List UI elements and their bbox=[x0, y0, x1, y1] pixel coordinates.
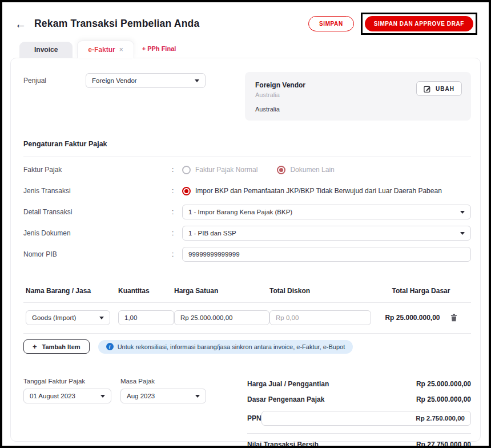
col-nama-barang: Nama Barang / Jasa bbox=[23, 287, 118, 295]
colon: : bbox=[172, 229, 182, 237]
item-nama-value: Goods (Import) bbox=[32, 314, 76, 321]
item-kuantitas-input[interactable] bbox=[118, 310, 174, 325]
chevron-down-icon bbox=[460, 211, 465, 214]
info-banner-text: Untuk rekonsiliasi, informasi barang/jas… bbox=[118, 343, 345, 350]
radio-selected-icon bbox=[182, 187, 191, 195]
highlight-annotation: SIMPAN DAN APPROVE DRAF bbox=[361, 13, 477, 35]
jenis-transaksi-label: Jenis Transaksi bbox=[23, 187, 172, 195]
page-title: Rekam Transaksi Pembelian Anda bbox=[34, 18, 199, 30]
ubah-button[interactable]: UBAH bbox=[416, 81, 462, 96]
penjual-select-value: Foreign Vendor bbox=[92, 77, 137, 84]
info-icon: i bbox=[106, 343, 114, 350]
footer-section: Tanggal Faktur Pajak 01 August 2023 Masa… bbox=[23, 378, 471, 448]
tab-efaktur-label: e-Faktur bbox=[88, 46, 115, 54]
simpan-approve-draf-button[interactable]: SIMPAN DAN APPROVE DRAF bbox=[365, 16, 473, 31]
radio-label-dokumen-lain: Dokumen Lain bbox=[290, 166, 334, 174]
radio-dokumen-lain[interactable]: Dokumen Lain bbox=[277, 166, 334, 174]
section-title-pengaturan-faktur: Pengaturan Faktur Pajak bbox=[23, 140, 471, 157]
item-total-harga-dasar: Rp 25.000.000,00 bbox=[385, 314, 440, 322]
totals-summary: Harga Jual / Penggantian Rp 25.000.000,0… bbox=[247, 378, 471, 448]
back-arrow-icon[interactable]: ← bbox=[15, 18, 26, 30]
close-icon[interactable]: × bbox=[119, 46, 123, 54]
add-item-row: + Tambah Item i Untuk rekonsiliasi, info… bbox=[23, 339, 471, 354]
tab-efaktur[interactable]: e-Faktur × bbox=[77, 41, 134, 58]
tanggal-faktur-select[interactable]: 01 August 2023 bbox=[23, 389, 111, 403]
masa-pajak-value: Aug 2023 bbox=[127, 393, 155, 399]
nilai-bersih-label: Nilai Transaksi Bersih bbox=[247, 441, 319, 448]
header-actions: SIMPAN SIMPAN DAN APPROVE DRAF bbox=[308, 13, 477, 35]
harga-jual-value: Rp 25.000.000,00 bbox=[416, 380, 471, 388]
radio-faktur-pajak-normal[interactable]: Faktur Pajak Normal bbox=[182, 166, 257, 174]
simpan-button[interactable]: SIMPAN bbox=[308, 16, 354, 31]
jenis-dokumen-row: Jenis Dokumen : 1 - PIB dan SSP bbox=[23, 226, 471, 241]
tab-invoice[interactable]: Invoice bbox=[19, 42, 73, 58]
penjual-select[interactable]: Foreign Vendor bbox=[86, 73, 206, 88]
reconciliation-info-banner: i Untuk rekonsiliasi, informasi barang/j… bbox=[98, 340, 353, 354]
radio-label-faktur-normal: Faktur Pajak Normal bbox=[195, 166, 257, 174]
tanggal-faktur-group: Tanggal Faktur Pajak 01 August 2023 bbox=[23, 378, 111, 448]
nomor-pib-input[interactable] bbox=[182, 247, 471, 262]
radio-unselected-icon bbox=[182, 166, 191, 174]
radio-impor-bkp[interactable]: Impor BKP dan Pemanfaatan JKP/BKP Tidak … bbox=[182, 187, 442, 195]
chevron-down-icon bbox=[195, 395, 200, 398]
items-table: Nama Barang / Jasa Kuantitas Harga Satua… bbox=[23, 287, 471, 354]
detail-transaksi-label: Detail Transaksi bbox=[23, 208, 172, 216]
faktur-pajak-label: Faktur Pajak bbox=[23, 166, 172, 174]
edit-icon bbox=[424, 85, 431, 93]
dpp-label: Dasar Pengenaan Pajak bbox=[247, 395, 324, 403]
col-harga-satuan: Harga Satuan bbox=[174, 287, 269, 295]
page-header: ← Rekam Transaksi Pembelian Anda SIMPAN … bbox=[2, 2, 489, 41]
item-nama-select[interactable]: Goods (Import) bbox=[26, 310, 110, 325]
col-total-harga-dasar: Total Harga Dasar bbox=[371, 287, 471, 295]
jenis-dokumen-label: Jenis Dokumen bbox=[23, 229, 172, 237]
jenis-dokumen-value: 1 - PIB dan SSP bbox=[188, 230, 236, 237]
detail-transaksi-row: Detail Transaksi : 1 - Impor Barang Kena… bbox=[23, 205, 471, 219]
tanggal-faktur-value: 01 August 2023 bbox=[30, 393, 75, 399]
efaktur-form-card: Penjual Foreign Vendor Foreign Vendor Au… bbox=[10, 58, 481, 442]
plus-icon: + bbox=[33, 342, 37, 351]
chevron-down-icon bbox=[195, 79, 199, 82]
nomor-pib-label: Nomor PIB bbox=[23, 250, 172, 258]
penjual-label: Penjual bbox=[23, 77, 86, 85]
harga-jual-row: Harga Jual / Penggantian Rp 25.000.000,0… bbox=[247, 380, 471, 388]
footer-dates: Tanggal Faktur Pajak 01 August 2023 Masa… bbox=[23, 378, 206, 448]
colon: : bbox=[172, 250, 182, 258]
radio-selected-muted-icon bbox=[277, 166, 285, 174]
vendor-name: Foreign Vendor bbox=[255, 81, 416, 89]
tambah-item-button[interactable]: + Tambah Item bbox=[23, 339, 90, 354]
ppn-row: PPN bbox=[247, 411, 471, 426]
colon: : bbox=[172, 187, 182, 195]
trash-icon[interactable] bbox=[450, 314, 457, 322]
ubah-button-label: UBAH bbox=[436, 86, 454, 92]
app-window: ← Rekam Transaksi Pembelian Anda SIMPAN … bbox=[0, 0, 491, 448]
vendor-address: Australia bbox=[255, 91, 416, 98]
jenis-dokumen-select[interactable]: 1 - PIB dan SSP bbox=[182, 226, 471, 241]
chevron-down-icon bbox=[99, 317, 104, 319]
table-row: Goods (Import) Rp 25.000.000,00 bbox=[23, 303, 471, 334]
item-total-diskon-input[interactable] bbox=[269, 310, 371, 325]
totals-divider bbox=[247, 433, 471, 434]
tab-add-pph-final[interactable]: + PPh Final bbox=[134, 41, 184, 58]
ppn-label: PPN bbox=[247, 414, 261, 422]
dpp-value: Rp 25.000.000,00 bbox=[416, 395, 471, 403]
detail-transaksi-select[interactable]: 1 - Impor Barang Kena Pajak (BKP) bbox=[182, 205, 471, 219]
jenis-transaksi-row: Jenis Transaksi : Impor BKP dan Pemanfaa… bbox=[23, 183, 471, 198]
radio-label-impor-bkp: Impor BKP dan Pemanfaatan JKP/BKP Tidak … bbox=[195, 187, 442, 195]
colon: : bbox=[172, 166, 182, 174]
col-kuantitas: Kuantitas bbox=[118, 287, 174, 295]
nilai-bersih-value: Rp 27.750.000,00 bbox=[416, 441, 471, 448]
masa-pajak-select[interactable]: Aug 2023 bbox=[120, 389, 206, 403]
tab-bar: Invoice e-Faktur × + PPh Final bbox=[2, 41, 489, 58]
vendor-country: Australia bbox=[255, 106, 416, 113]
penjual-row: Penjual Foreign Vendor Foreign Vendor Au… bbox=[23, 72, 471, 121]
item-harga-satuan-input[interactable] bbox=[174, 310, 269, 325]
faktur-pajak-row: Faktur Pajak : Faktur Pajak Normal Dokum… bbox=[23, 162, 471, 177]
nomor-pib-row: Nomor PIB : bbox=[23, 247, 471, 262]
chevron-down-icon bbox=[460, 232, 465, 235]
masa-pajak-label: Masa Pajak bbox=[120, 378, 206, 385]
nilai-bersih-row: Nilai Transaksi Bersih Rp 27.750.000,00 bbox=[247, 441, 471, 448]
tambah-item-label: Tambah Item bbox=[42, 343, 81, 350]
ppn-input[interactable] bbox=[261, 411, 471, 426]
detail-transaksi-value: 1 - Impor Barang Kena Pajak (BKP) bbox=[188, 209, 292, 215]
tanggal-faktur-label: Tanggal Faktur Pajak bbox=[23, 378, 111, 385]
